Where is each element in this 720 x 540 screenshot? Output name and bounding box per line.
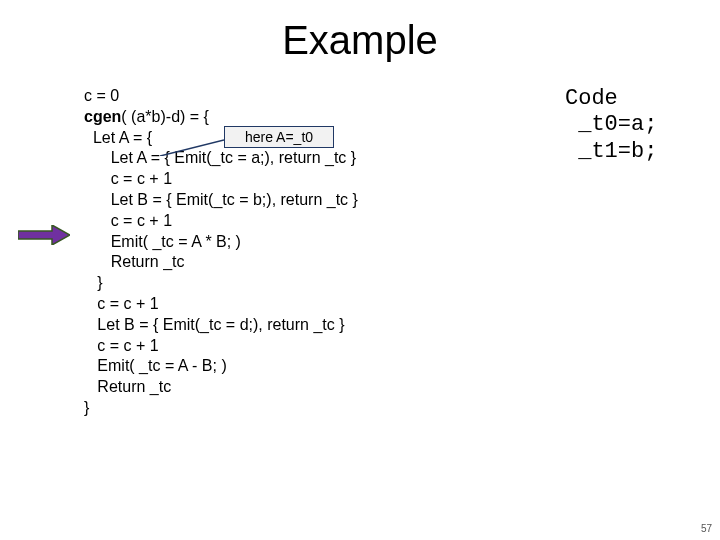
code-line: Return _tc — [84, 377, 358, 398]
code-line: c = c + 1 — [84, 294, 358, 315]
code-line: Let B = { Emit(_tc = d;), return _tc } — [84, 315, 358, 336]
code-right-block: Code _t0=a; _t1=b; — [565, 86, 657, 165]
svg-line-0 — [160, 140, 224, 156]
code-line: c = c + 1 — [84, 336, 358, 357]
code-line: c = c + 1 — [84, 211, 358, 232]
slide: Example c = 0 cgen( (a*b)-d) = { Let A =… — [0, 0, 720, 540]
code-line: } — [84, 398, 358, 419]
page-number: 57 — [701, 523, 712, 534]
code-line: Emit( _tc = A * B; ) — [84, 232, 358, 253]
code-line: Let B = { Emit(_tc = b;), return _tc } — [84, 190, 358, 211]
code-line: } — [84, 273, 358, 294]
right-arrow-icon — [18, 225, 70, 245]
arrow-shape — [18, 225, 70, 245]
code-line: Return _tc — [84, 252, 358, 273]
keyword-cgen: cgen — [84, 108, 121, 125]
code-line: Emit( _tc = A - B; ) — [84, 356, 358, 377]
code-text: ( (a*b)-d) = { — [121, 108, 209, 125]
callout-box: here A=_t0 — [224, 126, 334, 148]
code-line: c = c + 1 — [84, 169, 358, 190]
code-right-line: _t0=a; — [565, 112, 657, 138]
code-line: cgen( (a*b)-d) = { — [84, 107, 358, 128]
code-line: c = 0 — [84, 86, 358, 107]
code-right-line: _t1=b; — [565, 139, 657, 165]
code-right-heading: Code — [565, 86, 657, 112]
slide-title: Example — [0, 18, 720, 63]
callout-connector-line — [160, 138, 224, 156]
